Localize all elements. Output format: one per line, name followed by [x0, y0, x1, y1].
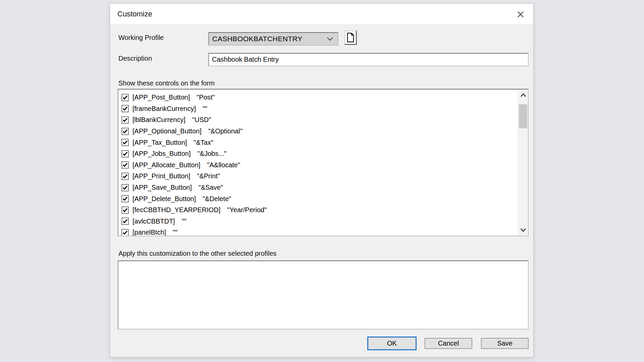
control-name: [APP_Post_Button] [132, 94, 190, 101]
checkbox-checked-icon[interactable] [121, 94, 129, 101]
checkbox-checked-icon[interactable] [121, 184, 129, 191]
checkbox-checked-icon[interactable] [121, 206, 129, 214]
ok-button-label: OK [387, 340, 397, 347]
checkmark-icon [122, 118, 128, 122]
close-icon[interactable] [516, 10, 525, 19]
control-caption: "Post" [197, 94, 215, 101]
checkmark-icon [122, 230, 128, 235]
control-name: [lblBankCurrency] [132, 116, 185, 124]
chevron-up-icon [520, 93, 526, 97]
scroll-up-button[interactable] [518, 89, 528, 101]
checkmark-icon [122, 129, 128, 134]
checkmark-icon [122, 174, 128, 179]
control-list-item[interactable]: [panelBtch] "" [121, 227, 518, 236]
control-name: [avlcCBBTDT] [132, 218, 175, 225]
control-caption: "&Optional" [208, 127, 243, 135]
checkbox-checked-icon[interactable] [121, 229, 129, 236]
control-list-item[interactable]: [APP_Save_Button] "&Save" [121, 182, 518, 193]
control-name: [frameBankCurrency] [132, 105, 196, 113]
control-caption: "&Delete" [203, 195, 231, 203]
control-caption: "" [182, 218, 186, 225]
working-profile-value: CASHBOOKBATCHENTRY [212, 33, 302, 45]
checkbox-checked-icon[interactable] [121, 105, 129, 112]
chevron-down-icon [326, 36, 334, 43]
control-name: [APP_Tax_Button] [132, 139, 187, 146]
checkmark-icon [122, 152, 128, 156]
checkmark-icon [122, 219, 128, 224]
working-profile-label: Working Profile [118, 34, 164, 42]
checkmark-icon [122, 106, 128, 111]
save-button[interactable]: Save [481, 338, 529, 349]
control-caption: "" [203, 105, 207, 113]
scrollbar-thumb[interactable] [519, 104, 527, 128]
checkmark-icon [122, 185, 128, 190]
apply-profiles-listbox[interactable] [118, 260, 529, 329]
control-list-item[interactable]: [APP_Delete_Button] "&Delete" [121, 193, 518, 204]
checkmark-icon [122, 163, 128, 167]
control-caption: "&Save" [199, 184, 223, 191]
description-input[interactable]: Cashbook Batch Entry [208, 53, 529, 66]
checkbox-checked-icon[interactable] [121, 173, 129, 180]
control-list-item[interactable]: [APP_Tax_Button] "&Tax" [121, 137, 518, 148]
description-label: Description [118, 55, 152, 62]
apply-profiles-label: Apply this customization to the other se… [118, 250, 276, 257]
control-name: [panelBtch] [132, 229, 166, 236]
customize-dialog: Customize Working Profile CASHBOOKBATCHE… [110, 3, 534, 357]
control-caption: "&Tax" [194, 139, 213, 146]
controls-list: [APP_Post_Button] "Post" [frameBankCurre… [118, 89, 518, 236]
control-name: [APP_Allocate_Button] [132, 161, 200, 169]
checkbox-checked-icon[interactable] [121, 128, 129, 135]
control-name: [fecCBBTHD_YEARPERIOD] [132, 206, 220, 214]
control-list-item[interactable]: [APP_Allocate_Button] "A&llocate" [121, 160, 518, 171]
control-caption: "Year/Period" [227, 206, 267, 214]
scrollbar[interactable] [518, 89, 528, 236]
control-list-item[interactable]: [APP_Post_Button] "Post" [121, 92, 518, 103]
control-list-item[interactable]: [frameBankCurrency] "" [121, 103, 518, 115]
control-list-item[interactable]: [avlcCBBTDT] "" [121, 216, 518, 227]
document-icon [346, 33, 355, 43]
control-caption: "&Print" [197, 172, 220, 180]
controls-listbox[interactable]: [APP_Post_Button] "Post" [frameBankCurre… [118, 89, 529, 236]
control-name: [APP_Save_Button] [132, 184, 192, 191]
show-controls-label: Show these controls on the form [118, 79, 215, 87]
description-value: Cashbook Batch Entry [212, 54, 279, 65]
control-caption: "&Jobs..." [197, 150, 226, 158]
cancel-button-label: Cancel [438, 340, 459, 347]
checkmark-icon [122, 208, 128, 213]
checkbox-checked-icon[interactable] [121, 150, 129, 158]
control-caption: "USD" [192, 116, 211, 124]
checkbox-checked-icon[interactable] [121, 161, 129, 169]
checkbox-checked-icon[interactable] [121, 195, 129, 202]
scroll-down-button[interactable] [518, 224, 528, 236]
chevron-down-icon [520, 228, 526, 232]
dialog-titlebar: Customize [110, 4, 533, 24]
control-list-item[interactable]: [APP_Print_Button] "&Print" [121, 171, 518, 182]
control-name: [APP_Print_Button] [132, 172, 190, 180]
checkmark-icon [122, 140, 128, 145]
control-name: [APP_Optional_Button] [132, 127, 202, 135]
checkbox-checked-icon[interactable] [121, 116, 129, 124]
control-list-item[interactable]: [APP_Jobs_Button] "&Jobs..." [121, 148, 518, 160]
dialog-title: Customize [117, 4, 152, 24]
checkbox-checked-icon[interactable] [121, 139, 129, 146]
control-caption: "A&llocate" [207, 161, 240, 169]
new-profile-button[interactable] [344, 31, 357, 45]
control-list-item[interactable]: [APP_Optional_Button] "&Optional" [121, 126, 518, 137]
control-list-item[interactable]: [fecCBBTHD_YEARPERIOD] "Year/Period" [121, 204, 518, 216]
control-caption: "" [173, 229, 177, 236]
checkmark-icon [122, 95, 128, 100]
control-list-item[interactable]: [lblBankCurrency] "USD" [121, 114, 518, 126]
checkmark-icon [122, 196, 128, 201]
control-name: [APP_Delete_Button] [132, 195, 196, 203]
cancel-button[interactable]: Cancel [425, 338, 472, 349]
checkbox-checked-icon[interactable] [121, 218, 129, 225]
save-button-label: Save [497, 340, 513, 347]
desktop-background: Customize Working Profile CASHBOOKBATCHE… [0, 0, 644, 362]
ok-button[interactable]: OK [367, 337, 417, 350]
control-name: [APP_Jobs_Button] [132, 150, 191, 158]
working-profile-combobox[interactable]: CASHBOOKBATCHENTRY [208, 32, 338, 46]
